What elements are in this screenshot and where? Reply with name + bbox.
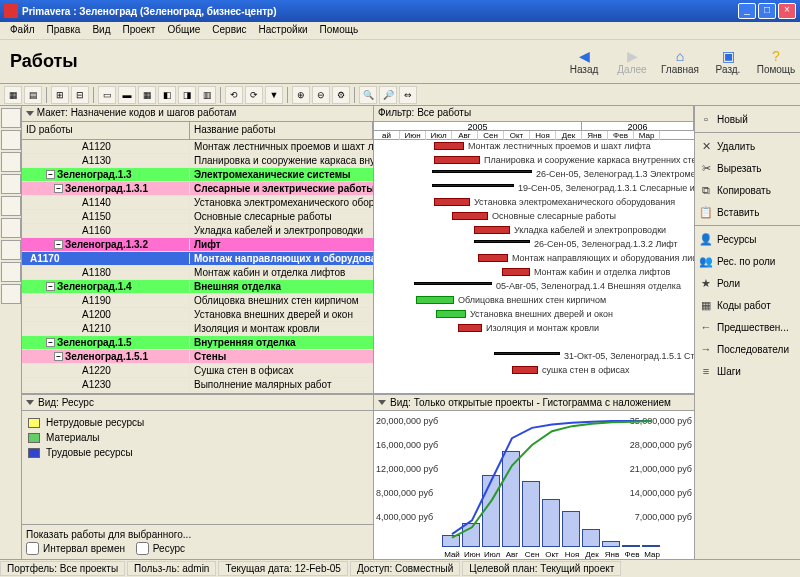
table-row[interactable]: A1140Установка электромеханического обор… [22,196,373,210]
ib-9[interactable] [1,284,21,304]
table-row[interactable]: A1170Монтаж направляющих и оборудования … [22,252,373,266]
gantt-bar[interactable] [414,282,492,285]
action-role[interactable]: 👥Рес. по роли [695,250,800,272]
table-row[interactable]: −Зеленоград.1.3.1Слесарные и электрическ… [22,182,373,196]
col-name[interactable]: Название работы [190,122,373,139]
filter-label[interactable]: Фильтр: Все работы [374,106,694,121]
action-codes[interactable]: ▦Коды работ [695,294,800,316]
gantt-bar[interactable] [452,212,488,220]
table-row[interactable]: −Зеленоград.1.4Внешняя отделка [22,280,373,294]
action-succ[interactable]: →Последователи [695,338,800,360]
nav-forward[interactable]: ▶Далее [608,48,656,75]
tb-12[interactable]: ⟳ [245,86,263,104]
gantt-bar[interactable] [432,170,532,173]
tb-3[interactable]: ⊞ [51,86,69,104]
gantt-bar[interactable] [432,184,514,187]
minimize-button[interactable]: _ [738,3,756,19]
table-row[interactable]: −Зеленоград.1.3.2Лифт [22,238,373,252]
ib-3[interactable] [1,152,21,172]
tb-4[interactable]: ⊟ [71,86,89,104]
nav-help[interactable]: ?Помощь [752,48,800,75]
table-row[interactable]: A1180Монтаж кабин и отделка лифтов [22,266,373,280]
gantt-bar[interactable] [474,226,510,234]
table-row[interactable]: A1120Монтаж лестничных проемов и шахт ли… [22,140,373,154]
ib-7[interactable] [1,240,21,260]
tb-15[interactable]: ⊖ [312,86,330,104]
col-id[interactable]: ID работы [22,122,190,139]
action-res[interactable]: 👤Ресурсы [695,228,800,250]
show-works-label[interactable]: Показать работы для выбранного... [26,529,369,540]
nav-home[interactable]: ⌂Главная [656,48,704,75]
table-row[interactable]: A1150Основные слесарные работы [22,210,373,224]
nav-dir[interactable]: ▣Разд. [704,48,752,75]
tb-7[interactable]: ▦ [138,86,156,104]
gantt-bar[interactable] [474,240,530,243]
gantt-bar[interactable] [436,310,466,318]
tb-5[interactable]: ▭ [98,86,116,104]
table-row[interactable]: A1160Укладка кабелей и электропроводки [22,224,373,238]
menu-service[interactable]: Сервис [206,22,252,39]
ib-8[interactable] [1,262,21,282]
action-roles[interactable]: ★Роли [695,272,800,294]
tb-11[interactable]: ⟲ [225,86,243,104]
ib-5[interactable] [1,196,21,216]
ib-1[interactable] [1,108,21,128]
table-row[interactable]: A1230Выполнение малярных работ [22,378,373,392]
tb-10[interactable]: ▥ [198,86,216,104]
menu-view[interactable]: Вид [86,22,116,39]
bottom-left-header[interactable]: Вид: Ресурс [22,395,373,411]
gantt-bar[interactable] [494,352,560,355]
expander-icon[interactable]: − [46,338,55,347]
gantt-bar[interactable] [512,366,538,374]
tb-6[interactable]: ▬ [118,86,136,104]
close-button[interactable]: × [778,3,796,19]
expander-icon[interactable]: − [46,282,55,291]
gantt-bar[interactable] [502,268,530,276]
menu-file[interactable]: Файл [4,22,41,39]
menu-settings[interactable]: Настройки [253,22,314,39]
menu-help[interactable]: Помощь [314,22,365,39]
table-row[interactable]: A1220Сушка стен в офисах [22,364,373,378]
tb-zoomin[interactable]: 🔍 [359,86,377,104]
action-steps[interactable]: ≡Шаги [695,360,800,382]
tb-2[interactable]: ▤ [24,86,42,104]
tb-1[interactable]: ▦ [4,86,22,104]
ib-4[interactable] [1,174,21,194]
expander-icon[interactable]: − [46,170,55,179]
menu-general[interactable]: Общие [161,22,206,39]
expander-icon[interactable]: − [54,352,63,361]
action-cut[interactable]: ✂Вырезать [695,157,800,179]
gantt-pane[interactable]: 20052006 айИюнИюлАвгСенОктНояДекЯнвФевМа… [374,122,694,393]
chk-interval[interactable] [26,542,39,555]
tb-9[interactable]: ◨ [178,86,196,104]
tb-zoomout[interactable]: 🔎 [379,86,397,104]
tb-14[interactable]: ⊕ [292,86,310,104]
table-row[interactable]: −Зеленоград.1.3Электромеханические систе… [22,168,373,182]
tb-13[interactable]: ▼ [265,86,283,104]
action-pred[interactable]: ←Предшествен... [695,316,800,338]
gantt-bar[interactable] [434,198,470,206]
table-row[interactable]: −Зеленоград.1.5Внутренняя отделка [22,336,373,350]
gantt-bar[interactable] [434,156,480,164]
table-row[interactable]: A1190Облицовка внешних стен кирпичом [22,294,373,308]
maximize-button[interactable]: □ [758,3,776,19]
action-paste[interactable]: 📋Вставить [695,201,800,223]
ib-6[interactable] [1,218,21,238]
layout-label[interactable]: Макет: Назначение кодов и шагов работам [22,106,374,121]
menu-edit[interactable]: Правка [41,22,87,39]
menu-project[interactable]: Проект [116,22,161,39]
tb-8[interactable]: ◧ [158,86,176,104]
histogram-chart[interactable]: 4,000,000 руб8,000,000 руб12,000,000 руб… [374,411,694,559]
ib-2[interactable] [1,130,21,150]
tb-17[interactable]: ⇔ [399,86,417,104]
action-doc[interactable]: ▫Новый [695,108,800,130]
gantt-bar[interactable] [416,296,454,304]
table-row[interactable]: A1200Установка внешних дверей и окон [22,308,373,322]
expander-icon[interactable]: − [54,240,63,249]
gantt-bar[interactable] [478,254,508,262]
gantt-bar[interactable] [458,324,482,332]
table-row[interactable]: A1210Изоляция и монтаж кровли [22,322,373,336]
gantt-bar[interactable] [434,142,464,150]
action-x[interactable]: ✕Удалить [695,135,800,157]
action-copy[interactable]: ⧉Копировать [695,179,800,201]
